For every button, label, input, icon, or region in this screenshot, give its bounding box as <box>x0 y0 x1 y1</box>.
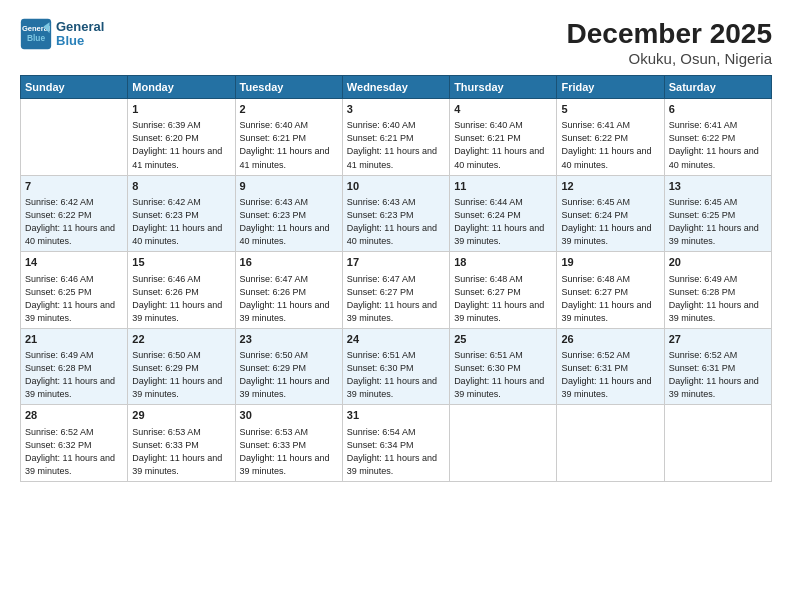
day-number: 9 <box>240 179 338 194</box>
day-number: 21 <box>25 332 123 347</box>
calendar-cell: 8Sunrise: 6:42 AM Sunset: 6:23 PM Daylig… <box>128 175 235 252</box>
calendar-week-row: 1Sunrise: 6:39 AM Sunset: 6:20 PM Daylig… <box>21 99 772 176</box>
cell-info: Sunrise: 6:43 AM Sunset: 6:23 PM Dayligh… <box>347 196 445 248</box>
calendar-cell: 29Sunrise: 6:53 AM Sunset: 6:33 PM Dayli… <box>128 405 235 482</box>
cell-info: Sunrise: 6:52 AM Sunset: 6:31 PM Dayligh… <box>561 349 659 401</box>
calendar-page: General Blue General Blue December 2025 … <box>0 0 792 612</box>
day-number: 19 <box>561 255 659 270</box>
column-header-saturday: Saturday <box>664 76 771 99</box>
day-number: 16 <box>240 255 338 270</box>
calendar-cell: 25Sunrise: 6:51 AM Sunset: 6:30 PM Dayli… <box>450 328 557 405</box>
cell-info: Sunrise: 6:51 AM Sunset: 6:30 PM Dayligh… <box>454 349 552 401</box>
calendar-cell: 1Sunrise: 6:39 AM Sunset: 6:20 PM Daylig… <box>128 99 235 176</box>
day-number: 8 <box>132 179 230 194</box>
logo-icon: General Blue <box>20 18 52 50</box>
calendar-cell: 12Sunrise: 6:45 AM Sunset: 6:24 PM Dayli… <box>557 175 664 252</box>
page-header: General Blue General Blue December 2025 … <box>20 18 772 67</box>
calendar-week-row: 14Sunrise: 6:46 AM Sunset: 6:25 PM Dayli… <box>21 252 772 329</box>
day-number: 25 <box>454 332 552 347</box>
cell-info: Sunrise: 6:45 AM Sunset: 6:25 PM Dayligh… <box>669 196 767 248</box>
calendar-cell: 14Sunrise: 6:46 AM Sunset: 6:25 PM Dayli… <box>21 252 128 329</box>
cell-info: Sunrise: 6:46 AM Sunset: 6:25 PM Dayligh… <box>25 273 123 325</box>
day-number: 26 <box>561 332 659 347</box>
calendar-cell: 30Sunrise: 6:53 AM Sunset: 6:33 PM Dayli… <box>235 405 342 482</box>
logo-text-general: General <box>56 20 104 34</box>
calendar-cell <box>21 99 128 176</box>
day-number: 31 <box>347 408 445 423</box>
calendar-cell: 18Sunrise: 6:48 AM Sunset: 6:27 PM Dayli… <box>450 252 557 329</box>
calendar-cell: 3Sunrise: 6:40 AM Sunset: 6:21 PM Daylig… <box>342 99 449 176</box>
cell-info: Sunrise: 6:43 AM Sunset: 6:23 PM Dayligh… <box>240 196 338 248</box>
calendar-cell: 22Sunrise: 6:50 AM Sunset: 6:29 PM Dayli… <box>128 328 235 405</box>
cell-info: Sunrise: 6:40 AM Sunset: 6:21 PM Dayligh… <box>347 119 445 171</box>
cell-info: Sunrise: 6:53 AM Sunset: 6:33 PM Dayligh… <box>240 426 338 478</box>
calendar-week-row: 28Sunrise: 6:52 AM Sunset: 6:32 PM Dayli… <box>21 405 772 482</box>
cell-info: Sunrise: 6:52 AM Sunset: 6:32 PM Dayligh… <box>25 426 123 478</box>
calendar-cell: 10Sunrise: 6:43 AM Sunset: 6:23 PM Dayli… <box>342 175 449 252</box>
calendar-cell: 28Sunrise: 6:52 AM Sunset: 6:32 PM Dayli… <box>21 405 128 482</box>
day-number: 15 <box>132 255 230 270</box>
cell-info: Sunrise: 6:52 AM Sunset: 6:31 PM Dayligh… <box>669 349 767 401</box>
calendar-cell: 15Sunrise: 6:46 AM Sunset: 6:26 PM Dayli… <box>128 252 235 329</box>
cell-info: Sunrise: 6:47 AM Sunset: 6:27 PM Dayligh… <box>347 273 445 325</box>
logo: General Blue General Blue <box>20 18 104 50</box>
cell-info: Sunrise: 6:42 AM Sunset: 6:22 PM Dayligh… <box>25 196 123 248</box>
calendar-cell: 31Sunrise: 6:54 AM Sunset: 6:34 PM Dayli… <box>342 405 449 482</box>
day-number: 18 <box>454 255 552 270</box>
day-number: 11 <box>454 179 552 194</box>
cell-info: Sunrise: 6:39 AM Sunset: 6:20 PM Dayligh… <box>132 119 230 171</box>
day-number: 28 <box>25 408 123 423</box>
day-number: 5 <box>561 102 659 117</box>
calendar-cell: 2Sunrise: 6:40 AM Sunset: 6:21 PM Daylig… <box>235 99 342 176</box>
cell-info: Sunrise: 6:46 AM Sunset: 6:26 PM Dayligh… <box>132 273 230 325</box>
cell-info: Sunrise: 6:48 AM Sunset: 6:27 PM Dayligh… <box>561 273 659 325</box>
day-number: 17 <box>347 255 445 270</box>
cell-info: Sunrise: 6:44 AM Sunset: 6:24 PM Dayligh… <box>454 196 552 248</box>
calendar-cell: 13Sunrise: 6:45 AM Sunset: 6:25 PM Dayli… <box>664 175 771 252</box>
cell-info: Sunrise: 6:45 AM Sunset: 6:24 PM Dayligh… <box>561 196 659 248</box>
svg-text:Blue: Blue <box>27 33 46 43</box>
column-header-thursday: Thursday <box>450 76 557 99</box>
day-number: 6 <box>669 102 767 117</box>
day-number: 22 <box>132 332 230 347</box>
day-number: 4 <box>454 102 552 117</box>
day-number: 30 <box>240 408 338 423</box>
day-number: 13 <box>669 179 767 194</box>
column-header-sunday: Sunday <box>21 76 128 99</box>
calendar-week-row: 7Sunrise: 6:42 AM Sunset: 6:22 PM Daylig… <box>21 175 772 252</box>
cell-info: Sunrise: 6:53 AM Sunset: 6:33 PM Dayligh… <box>132 426 230 478</box>
calendar-cell: 6Sunrise: 6:41 AM Sunset: 6:22 PM Daylig… <box>664 99 771 176</box>
cell-info: Sunrise: 6:50 AM Sunset: 6:29 PM Dayligh… <box>240 349 338 401</box>
calendar-cell <box>664 405 771 482</box>
cell-info: Sunrise: 6:40 AM Sunset: 6:21 PM Dayligh… <box>454 119 552 171</box>
cell-info: Sunrise: 6:49 AM Sunset: 6:28 PM Dayligh… <box>669 273 767 325</box>
day-number: 1 <box>132 102 230 117</box>
calendar-cell: 5Sunrise: 6:41 AM Sunset: 6:22 PM Daylig… <box>557 99 664 176</box>
day-number: 2 <box>240 102 338 117</box>
day-number: 29 <box>132 408 230 423</box>
day-number: 7 <box>25 179 123 194</box>
calendar-table: SundayMondayTuesdayWednesdayThursdayFrid… <box>20 75 772 482</box>
day-number: 20 <box>669 255 767 270</box>
cell-info: Sunrise: 6:51 AM Sunset: 6:30 PM Dayligh… <box>347 349 445 401</box>
cell-info: Sunrise: 6:47 AM Sunset: 6:26 PM Dayligh… <box>240 273 338 325</box>
day-number: 3 <box>347 102 445 117</box>
title-block: December 2025 Okuku, Osun, Nigeria <box>567 18 772 67</box>
column-header-tuesday: Tuesday <box>235 76 342 99</box>
calendar-cell: 19Sunrise: 6:48 AM Sunset: 6:27 PM Dayli… <box>557 252 664 329</box>
calendar-cell: 26Sunrise: 6:52 AM Sunset: 6:31 PM Dayli… <box>557 328 664 405</box>
calendar-cell: 21Sunrise: 6:49 AM Sunset: 6:28 PM Dayli… <box>21 328 128 405</box>
cell-info: Sunrise: 6:49 AM Sunset: 6:28 PM Dayligh… <box>25 349 123 401</box>
calendar-header-row: SundayMondayTuesdayWednesdayThursdayFrid… <box>21 76 772 99</box>
logo-text-blue: Blue <box>56 34 104 48</box>
calendar-week-row: 21Sunrise: 6:49 AM Sunset: 6:28 PM Dayli… <box>21 328 772 405</box>
day-number: 12 <box>561 179 659 194</box>
calendar-cell: 4Sunrise: 6:40 AM Sunset: 6:21 PM Daylig… <box>450 99 557 176</box>
cell-info: Sunrise: 6:54 AM Sunset: 6:34 PM Dayligh… <box>347 426 445 478</box>
calendar-cell: 27Sunrise: 6:52 AM Sunset: 6:31 PM Dayli… <box>664 328 771 405</box>
cell-info: Sunrise: 6:48 AM Sunset: 6:27 PM Dayligh… <box>454 273 552 325</box>
calendar-cell: 11Sunrise: 6:44 AM Sunset: 6:24 PM Dayli… <box>450 175 557 252</box>
day-number: 24 <box>347 332 445 347</box>
calendar-cell: 23Sunrise: 6:50 AM Sunset: 6:29 PM Dayli… <box>235 328 342 405</box>
column-header-monday: Monday <box>128 76 235 99</box>
